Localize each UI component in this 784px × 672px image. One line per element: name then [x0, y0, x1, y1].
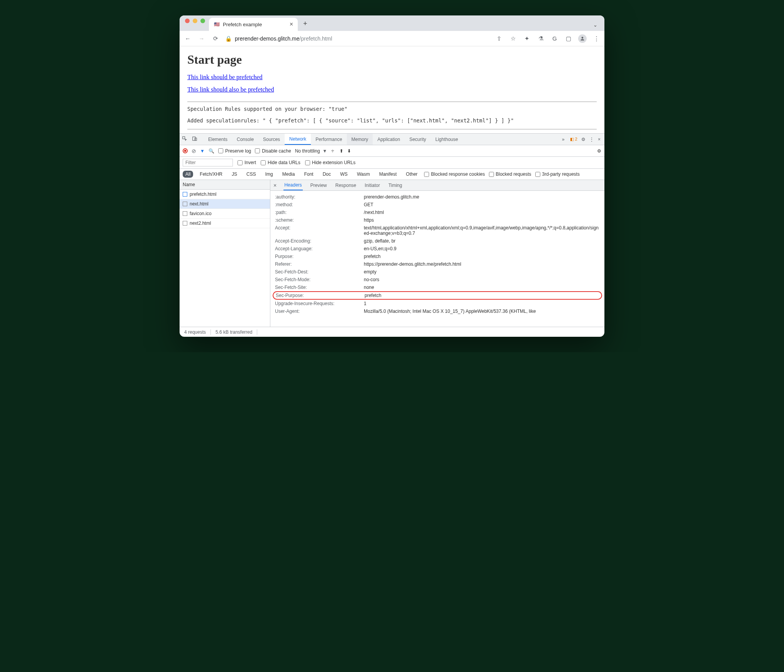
gear-icon[interactable]: ⚙ [597, 148, 601, 154]
page-content: Start page This link should be prefetche… [180, 46, 604, 129]
type-filter-media[interactable]: Media [280, 171, 298, 178]
browser-tab[interactable]: 🇺🇸 Prefetch example × [209, 18, 298, 31]
preserve-log-checkbox[interactable]: Preserve log [218, 148, 251, 154]
warnings-badge[interactable]: ◧ 2 [570, 137, 577, 142]
type-filter-fetchxhr[interactable]: Fetch/XHR [197, 171, 225, 178]
close-devtools-icon[interactable]: × [598, 137, 601, 142]
request-details: × Headers Preview Response Initiator Tim… [270, 180, 604, 327]
type-filter-js[interactable]: JS [229, 171, 240, 178]
request-row[interactable]: favicon.ico [180, 209, 270, 219]
sidepanel-icon[interactable]: ▢ [564, 35, 573, 42]
reload-button[interactable]: ⟳ [211, 35, 220, 42]
svg-rect-1 [183, 137, 185, 139]
avatar-icon[interactable] [578, 34, 587, 43]
tab-sources[interactable]: Sources [258, 134, 285, 145]
maximize-window-icon[interactable] [200, 19, 205, 23]
header-row: Accept-Encoding:gzip, deflate, br [270, 237, 604, 245]
file-icon [183, 202, 187, 206]
tab-timing[interactable]: Timing [388, 180, 403, 190]
share-icon[interactable]: ⇧ [495, 35, 503, 42]
tab-response[interactable]: Response [334, 180, 357, 190]
export-icon[interactable]: ⬇ [347, 148, 351, 154]
request-row[interactable]: next.html [180, 199, 270, 209]
tab-initiator[interactable]: Initiator [364, 180, 380, 190]
type-filter-css[interactable]: CSS [244, 171, 259, 178]
header-key: Accept-Encoding: [275, 238, 364, 244]
type-filter-font[interactable]: Font [301, 171, 316, 178]
tab-security[interactable]: Security [405, 134, 431, 145]
status-transferred: 5.6 kB transferred [211, 329, 257, 335]
tab-dropdown-icon[interactable]: ⌄ [589, 22, 601, 31]
header-value: 1 [364, 301, 600, 306]
disable-cache-checkbox[interactable]: Disable cache [255, 148, 291, 154]
throttling-select[interactable]: No throttling ▼ [295, 148, 327, 154]
blocked-cookies-checkbox[interactable]: Blocked response cookies [424, 171, 485, 177]
type-filter-doc[interactable]: Doc [320, 171, 333, 178]
header-value: no-cors [364, 277, 600, 282]
filter-icon[interactable]: ▼ [200, 148, 205, 154]
kebab-icon[interactable]: ⋮ [589, 137, 594, 142]
link-prefetch-1[interactable]: This link should be prefetched [187, 74, 263, 81]
request-row[interactable]: next2.html [180, 219, 270, 228]
type-filter-all[interactable]: All [183, 171, 193, 178]
star-icon[interactable]: ☆ [509, 35, 517, 42]
divider [187, 102, 597, 102]
header-key: :method: [275, 202, 364, 207]
tab-console[interactable]: Console [232, 134, 258, 145]
search-icon[interactable]: 🔍 [209, 148, 214, 154]
header-value: GET [364, 202, 600, 207]
status-text-2: Added speculationrules: " { "prefetch": … [187, 117, 597, 124]
header-value: empty [364, 269, 600, 275]
tab-elements[interactable]: Elements [204, 134, 232, 145]
tab-lighthouse[interactable]: Lighthouse [431, 134, 463, 145]
hide-extension-urls-checkbox[interactable]: Hide extension URLs [305, 160, 356, 165]
header-key: Upgrade-Insecure-Requests: [275, 301, 364, 306]
record-button[interactable] [183, 148, 188, 153]
type-filter-wasm[interactable]: Wasm [354, 171, 373, 178]
import-icon[interactable]: ⬆ [339, 148, 343, 154]
type-filter-manifest[interactable]: Manifest [377, 171, 399, 178]
close-window-icon[interactable] [185, 19, 190, 23]
inspect-icon[interactable] [180, 136, 190, 143]
address-bar[interactable]: 🔒 prerender-demos.glitch.me/prefetch.htm… [225, 36, 489, 42]
request-column-name[interactable]: Name [180, 180, 270, 190]
header-value: Mozilla/5.0 (Macintosh; Intel Mac OS X 1… [364, 309, 600, 314]
file-icon [183, 221, 187, 226]
extensions-icon[interactable]: ✦ [523, 35, 531, 42]
gear-icon[interactable]: ⚙ [581, 137, 585, 142]
minimize-window-icon[interactable] [193, 19, 197, 23]
clear-icon[interactable]: ⊘ [192, 148, 196, 154]
invert-checkbox[interactable]: Invert [238, 160, 256, 165]
close-details-icon[interactable]: × [273, 182, 277, 188]
back-button[interactable]: ← [183, 35, 192, 42]
tab-memory[interactable]: Memory [347, 134, 373, 145]
menu-icon[interactable]: ⋮ [592, 35, 601, 42]
third-party-checkbox[interactable]: 3rd-party requests [535, 171, 580, 177]
device-icon[interactable] [190, 136, 200, 143]
close-tab-icon[interactable]: × [290, 21, 293, 28]
header-row: Sec-Fetch-Site:none [270, 283, 604, 291]
labs-icon[interactable]: ⚗ [536, 35, 545, 42]
type-filter-other[interactable]: Other [403, 171, 420, 178]
forward-button[interactable]: → [197, 35, 206, 42]
tab-preview[interactable]: Preview [310, 180, 328, 190]
favicon-icon: 🇺🇸 [214, 21, 220, 27]
request-row[interactable]: prefetch.html [180, 190, 270, 199]
window-controls [183, 19, 209, 28]
hide-data-urls-checkbox[interactable]: Hide data URLs [261, 160, 300, 165]
blocked-requests-checkbox[interactable]: Blocked requests [489, 171, 531, 177]
tab-network[interactable]: Network [285, 134, 311, 145]
tab-strip: 🇺🇸 Prefetch example × + ⌄ [180, 15, 604, 31]
network-conditions-icon[interactable]: ᯤ [331, 148, 336, 154]
type-filter-ws[interactable]: WS [338, 171, 350, 178]
new-tab-button[interactable]: + [298, 20, 313, 31]
header-value: https://prerender-demos.glitch.me/prefet… [364, 261, 600, 267]
type-filter-img[interactable]: Img [263, 171, 276, 178]
more-tabs-icon[interactable]: » [562, 137, 565, 142]
tab-headers[interactable]: Headers [283, 180, 302, 190]
filter-input[interactable] [183, 159, 233, 166]
link-prefetch-2[interactable]: This link should also be prefetched [187, 86, 274, 93]
tab-performance[interactable]: Performance [311, 134, 347, 145]
tab-application[interactable]: Application [373, 134, 405, 145]
google-icon[interactable]: G [550, 35, 559, 42]
